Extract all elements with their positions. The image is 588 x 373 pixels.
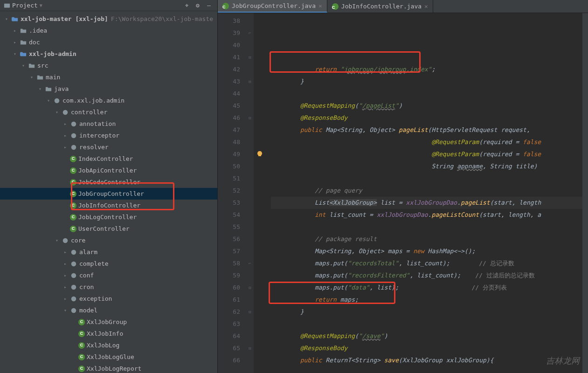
- line-number[interactable]: 49: [218, 148, 240, 160]
- code-line[interactable]: [271, 221, 588, 233]
- line-number[interactable]: 46: [218, 112, 240, 124]
- code-content[interactable]: return "jobgroup/jobgroup.index"; } @Req…: [265, 13, 588, 373]
- code-line[interactable]: maps.put("recordsFiltered", list_count);…: [271, 269, 588, 282]
- line-number[interactable]: 47: [218, 124, 240, 136]
- line-number[interactable]: 56: [218, 233, 240, 245]
- code-line[interactable]: }: [271, 306, 588, 318]
- expand-arrow-icon[interactable]: ▾: [54, 110, 60, 115]
- tree-node-xxljoblogglue[interactable]: XxlJobLogGlue: [0, 351, 217, 363]
- expand-arrow-icon[interactable]: ▾: [12, 51, 18, 56]
- code-line[interactable]: List<XxlJobGroup> list = xxlJobGroupDao.…: [271, 197, 588, 209]
- expand-arrow-icon[interactable]: ▸: [62, 261, 68, 266]
- code-line[interactable]: // page query: [271, 185, 588, 197]
- expand-arrow-icon[interactable]: ▸: [12, 28, 18, 33]
- fold-handle-icon[interactable]: ⊟: [247, 345, 253, 351]
- tree-node-src[interactable]: ▾src: [0, 60, 217, 71]
- tree-node-doc[interactable]: ▸doc: [0, 36, 217, 48]
- tree-node-main[interactable]: ▾main: [0, 71, 217, 83]
- tree-node-interceptor[interactable]: ▸interceptor: [0, 130, 217, 141]
- fold-column[interactable]: ⌐⊟⊟⊟⌐⊟⊟⊟: [246, 13, 254, 373]
- expand-arrow-icon[interactable]: ▸: [62, 145, 68, 150]
- expand-arrow-icon[interactable]: ▸: [62, 296, 68, 301]
- fold-handle-icon[interactable]: ⊟: [247, 309, 253, 315]
- code-line[interactable]: [271, 173, 588, 185]
- expand-arrow-icon[interactable]: ▸: [62, 133, 68, 138]
- code-line[interactable]: return "jobgroup/jobgroup.index";: [271, 63, 588, 76]
- tree-node-xxljoblogreport[interactable]: XxlJobLogReport: [0, 363, 217, 373]
- fold-handle-icon[interactable]: ⊟: [247, 55, 253, 60]
- line-number[interactable]: 64: [218, 330, 240, 342]
- tree-node-cron[interactable]: ▸cron: [0, 281, 217, 293]
- tree-node-exception[interactable]: ▸exception: [0, 293, 217, 304]
- code-line[interactable]: maps.put("data", list); // 分页列表: [271, 282, 588, 294]
- tree-node-xxl-job-master--xxl-job-[interactable]: ▾xxl-job-master [xxl-job]F:\Workspace20\…: [0, 13, 217, 25]
- line-number[interactable]: 54: [218, 209, 240, 221]
- line-number[interactable]: 52: [218, 185, 240, 197]
- tree-node-jobgroupcontroller[interactable]: JobGroupController: [0, 188, 217, 200]
- expand-arrow-icon[interactable]: ▾: [21, 63, 26, 68]
- project-tree[interactable]: ▾xxl-job-master [xxl-job]F:\Workspace20\…: [0, 11, 217, 373]
- expand-arrow-icon[interactable]: ▾: [29, 75, 35, 80]
- line-number[interactable]: 48: [218, 136, 240, 148]
- line-number[interactable]: 62@: [218, 306, 240, 318]
- fold-handle-icon[interactable]: ⊟: [247, 115, 253, 121]
- editor-tab[interactable]: JobInfoController.java×: [327, 0, 433, 13]
- vertical-scrollbar[interactable]: [582, 13, 588, 373]
- expand-arrow-icon[interactable]: ▸: [62, 121, 68, 126]
- tree-node-core[interactable]: ▾core: [0, 235, 217, 246]
- select-opened-file-button[interactable]: ⌖: [182, 1, 191, 10]
- tree-node-complete[interactable]: ▸complete: [0, 258, 217, 269]
- tree-node-xxljoblog[interactable]: XxlJobLog: [0, 339, 217, 351]
- code-line[interactable]: return maps;: [271, 294, 588, 306]
- line-number[interactable]: 42: [218, 63, 240, 76]
- code-line[interactable]: @RequestParam(required = false: [271, 136, 588, 148]
- code-line[interactable]: public Map<String, Object> pageList(Http…: [271, 124, 588, 136]
- tree-node--idea[interactable]: ▸.idea: [0, 25, 217, 36]
- expand-arrow-icon[interactable]: ▸: [12, 40, 18, 45]
- code-line[interactable]: String appname, String title): [271, 160, 588, 173]
- tree-node-xxljobgroup[interactable]: XxlJobGroup: [0, 316, 217, 328]
- code-line[interactable]: @ResponseBody: [271, 112, 588, 124]
- settings-button[interactable]: ⚙: [193, 1, 202, 10]
- code-line[interactable]: [271, 366, 588, 373]
- line-number[interactable]: 50: [218, 160, 240, 173]
- line-gutter[interactable]: 3839404142434445464748495051525354555657…: [218, 13, 246, 373]
- tree-node-jobcodecontroller[interactable]: JobCodeController: [0, 176, 217, 188]
- project-selector[interactable]: Project ▼: [4, 2, 42, 9]
- expand-arrow-icon[interactable]: ▾: [46, 98, 51, 103]
- fold-handle-icon[interactable]: ⊟: [247, 285, 253, 290]
- line-number[interactable]: 65: [218, 342, 240, 354]
- code-line[interactable]: @RequestMapping("/pageList"): [271, 100, 588, 112]
- line-number[interactable]: 45: [218, 100, 240, 112]
- intention-bulb-icon[interactable]: [256, 151, 263, 158]
- expand-arrow-icon[interactable]: ▸: [62, 273, 68, 278]
- line-number[interactable]: 66: [218, 354, 240, 366]
- line-number[interactable]: 59: [218, 269, 240, 282]
- tree-node-conf[interactable]: ▸conf: [0, 269, 217, 281]
- line-number[interactable]: 43: [218, 76, 240, 88]
- tree-node-controller[interactable]: ▾controller: [0, 106, 217, 118]
- line-number[interactable]: 39: [218, 27, 240, 39]
- tree-node-joblogcontroller[interactable]: JobLogController: [0, 211, 217, 223]
- expand-arrow-icon[interactable]: ▾: [37, 86, 43, 91]
- tree-node-alarm[interactable]: ▸alarm: [0, 246, 217, 258]
- expand-arrow-icon[interactable]: ▾: [54, 238, 60, 243]
- line-number[interactable]: 40: [218, 39, 240, 51]
- close-tab-icon[interactable]: ×: [424, 3, 428, 10]
- line-number[interactable]: 61: [218, 294, 240, 306]
- tree-node-java[interactable]: ▾java: [0, 83, 217, 95]
- code-line[interactable]: @RequestMapping("/save"): [271, 330, 588, 342]
- tree-node-model[interactable]: ▾model: [0, 304, 217, 316]
- code-line[interactable]: public ReturnT<String> save(XxlJobGroup …: [271, 354, 588, 366]
- line-number[interactable]: 51: [218, 173, 240, 185]
- tree-node-annotation[interactable]: ▸annotation: [0, 118, 217, 130]
- code-line[interactable]: maps.put("recordsTotal", list_count); //…: [271, 257, 588, 269]
- line-number[interactable]: 55: [218, 221, 240, 233]
- close-tab-icon[interactable]: ×: [318, 2, 322, 9]
- code-line[interactable]: @RequestParam(required = false: [271, 148, 588, 160]
- line-number[interactable]: 44: [218, 88, 240, 100]
- fold-handle-icon[interactable]: ⌐: [247, 261, 253, 266]
- expand-arrow-icon[interactable]: ▾: [4, 16, 9, 21]
- code-line[interactable]: int list_count = xxlJobGroupDao.pageList…: [271, 209, 588, 221]
- line-number[interactable]: 38: [218, 15, 240, 27]
